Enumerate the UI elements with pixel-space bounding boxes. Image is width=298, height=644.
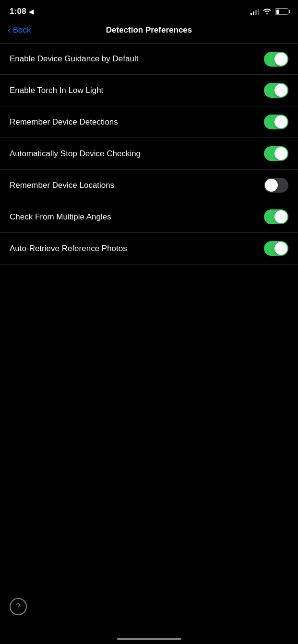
battery-icon: [275, 8, 288, 15]
page-title: Detection Preferences: [106, 25, 192, 35]
settings-label-remember-device-detections: Remember Device Detections: [10, 117, 118, 127]
status-icons: [250, 8, 288, 16]
toggle-auto-stop-device-checking[interactable]: [264, 146, 288, 161]
battery-fill: [276, 10, 280, 14]
toggle-thumb-enable-torch: [274, 84, 287, 97]
nav-bar: ‹ Back Detection Preferences: [0, 21, 298, 41]
settings-label-auto-stop-device-checking: Automatically Stop Device Checking: [10, 149, 141, 159]
settings-list: Enable Device Guidance by DefaultEnable …: [0, 43, 298, 264]
time-display: 1:08: [10, 7, 26, 16]
status-bar: 1:08 ◀: [0, 0, 298, 21]
settings-row-enable-torch: Enable Torch In Low Light: [0, 75, 298, 106]
toggle-enable-device-guidance[interactable]: [264, 52, 288, 67]
settings-row-enable-device-guidance: Enable Device Guidance by Default: [0, 43, 298, 75]
home-indicator: [117, 638, 181, 640]
toggle-enable-torch[interactable]: [264, 83, 288, 98]
settings-row-remember-device-locations: Remember Device Locations: [0, 170, 298, 201]
signal-bar-3: [255, 10, 257, 15]
signal-bar-1: [250, 13, 252, 15]
back-chevron-icon: ‹: [8, 24, 11, 35]
settings-label-auto-retrieve-reference-photos: Auto-Retrieve Reference Photos: [10, 244, 127, 253]
settings-label-enable-torch: Enable Torch In Low Light: [10, 86, 103, 95]
toggle-thumb-remember-device-detections: [274, 115, 287, 128]
toggle-auto-retrieve-reference-photos[interactable]: [264, 241, 288, 256]
bottom-area: ?: [0, 638, 298, 644]
help-icon: ?: [16, 602, 20, 611]
location-icon: ◀: [29, 8, 34, 15]
back-label: Back: [13, 25, 31, 35]
toggle-thumb-remember-device-locations: [265, 179, 278, 192]
help-button[interactable]: ?: [10, 598, 27, 615]
signal-bar-4: [258, 9, 259, 15]
signal-bar-2: [253, 12, 254, 15]
settings-row-remember-device-detections: Remember Device Detections: [0, 106, 298, 138]
wifi-icon: [263, 8, 271, 16]
settings-label-check-multiple-angles: Check From Multiple Angles: [10, 212, 111, 222]
settings-label-remember-device-locations: Remember Device Locations: [10, 181, 114, 190]
settings-row-auto-retrieve-reference-photos: Auto-Retrieve Reference Photos: [0, 233, 298, 264]
settings-row-check-multiple-angles: Check From Multiple Angles: [0, 201, 298, 233]
settings-row-auto-stop-device-checking: Automatically Stop Device Checking: [0, 138, 298, 170]
status-time: 1:08 ◀: [10, 7, 34, 16]
toggle-thumb-enable-device-guidance: [274, 53, 287, 66]
toggle-thumb-auto-retrieve-reference-photos: [274, 242, 287, 255]
signal-bars-icon: [250, 8, 259, 15]
toggle-thumb-check-multiple-angles: [274, 210, 287, 223]
toggle-thumb-auto-stop-device-checking: [274, 147, 287, 160]
back-button[interactable]: ‹ Back: [8, 25, 31, 35]
toggle-remember-device-detections[interactable]: [264, 115, 288, 129]
toggle-remember-device-locations[interactable]: [264, 178, 288, 193]
settings-label-enable-device-guidance: Enable Device Guidance by Default: [10, 54, 138, 64]
toggle-check-multiple-angles[interactable]: [264, 209, 288, 224]
